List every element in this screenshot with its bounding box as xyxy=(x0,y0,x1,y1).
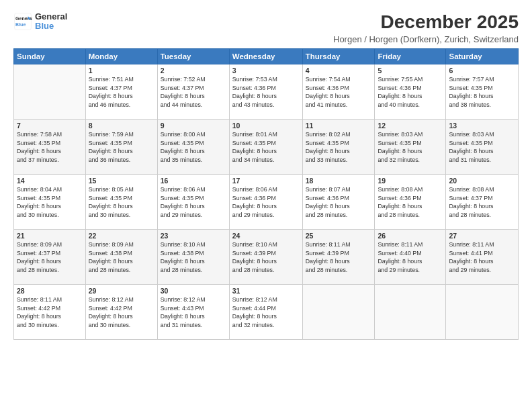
logo-general: General xyxy=(35,12,67,21)
day-info: Sunrise: 8:03 AM Sunset: 4:35 PM Dayligh… xyxy=(449,130,515,165)
day-number: 6 xyxy=(449,66,515,75)
calendar-cell: 13Sunrise: 8:03 AM Sunset: 4:35 PM Dayli… xyxy=(446,119,519,174)
logo-icon: General Blue xyxy=(13,12,32,31)
day-info: Sunrise: 7:55 AM Sunset: 4:36 PM Dayligh… xyxy=(378,75,443,109)
day-number: 30 xyxy=(161,287,226,295)
calendar-cell: 6Sunrise: 7:57 AM Sunset: 4:35 PM Daylig… xyxy=(446,64,519,119)
title-area: December 2025 Horgen / Horgen (Dorfkern)… xyxy=(333,12,519,44)
calendar-cell: 14Sunrise: 8:04 AM Sunset: 4:35 PM Dayli… xyxy=(14,174,86,229)
day-info: Sunrise: 8:06 AM Sunset: 4:35 PM Dayligh… xyxy=(161,185,226,220)
day-info: Sunrise: 8:08 AM Sunset: 4:37 PM Dayligh… xyxy=(449,185,515,220)
day-number: 7 xyxy=(17,122,83,130)
calendar-cell: 23Sunrise: 8:10 AM Sunset: 4:38 PM Dayli… xyxy=(157,229,229,284)
header-sunday: Sunday xyxy=(14,48,86,64)
day-number: 23 xyxy=(161,232,226,240)
day-info: Sunrise: 8:09 AM Sunset: 4:37 PM Dayligh… xyxy=(17,240,83,275)
day-number: 26 xyxy=(378,232,443,240)
day-number: 24 xyxy=(232,232,300,240)
header-thursday: Thursday xyxy=(302,48,375,64)
day-number: 19 xyxy=(378,177,443,185)
day-number: 11 xyxy=(306,122,372,130)
calendar-cell: 25Sunrise: 8:11 AM Sunset: 4:39 PM Dayli… xyxy=(302,229,375,284)
header-wednesday: Wednesday xyxy=(229,48,302,64)
calendar-cell xyxy=(302,284,375,339)
calendar-cell: 7Sunrise: 7:58 AM Sunset: 4:35 PM Daylig… xyxy=(14,119,86,174)
calendar-cell: 10Sunrise: 8:01 AM Sunset: 4:35 PM Dayli… xyxy=(229,119,302,174)
day-number: 25 xyxy=(306,232,372,240)
calendar-cell: 1Sunrise: 7:51 AM Sunset: 4:37 PM Daylig… xyxy=(85,64,157,119)
calendar-cell: 15Sunrise: 8:05 AM Sunset: 4:35 PM Dayli… xyxy=(85,174,157,229)
day-number: 12 xyxy=(378,122,443,130)
day-number: 14 xyxy=(17,177,83,185)
calendar-cell: 2Sunrise: 7:52 AM Sunset: 4:37 PM Daylig… xyxy=(157,64,229,119)
svg-rect-0 xyxy=(15,13,32,30)
calendar-cell: 17Sunrise: 8:06 AM Sunset: 4:36 PM Dayli… xyxy=(229,174,302,229)
calendar-cell: 3Sunrise: 7:53 AM Sunset: 4:36 PM Daylig… xyxy=(229,64,302,119)
calendar-week-3: 14Sunrise: 8:04 AM Sunset: 4:35 PM Dayli… xyxy=(14,174,519,229)
calendar-cell: 29Sunrise: 8:12 AM Sunset: 4:42 PM Dayli… xyxy=(85,284,157,339)
calendar-cell xyxy=(14,64,86,119)
day-number: 16 xyxy=(161,177,226,185)
calendar-cell: 11Sunrise: 8:02 AM Sunset: 4:35 PM Dayli… xyxy=(302,119,375,174)
day-info: Sunrise: 7:54 AM Sunset: 4:36 PM Dayligh… xyxy=(306,75,372,109)
day-number: 15 xyxy=(89,177,154,185)
day-info: Sunrise: 7:59 AM Sunset: 4:35 PM Dayligh… xyxy=(89,130,154,165)
calendar-cell: 28Sunrise: 8:11 AM Sunset: 4:42 PM Dayli… xyxy=(14,284,86,339)
day-info: Sunrise: 8:08 AM Sunset: 4:36 PM Dayligh… xyxy=(378,185,443,220)
subtitle: Horgen / Horgen (Dorfkern), Zurich, Swit… xyxy=(333,34,519,44)
day-number: 9 xyxy=(161,122,226,130)
calendar-cell: 9Sunrise: 8:00 AM Sunset: 4:35 PM Daylig… xyxy=(157,119,229,174)
calendar-cell xyxy=(446,284,519,339)
calendar-week-4: 21Sunrise: 8:09 AM Sunset: 4:37 PM Dayli… xyxy=(14,229,519,284)
calendar-cell: 5Sunrise: 7:55 AM Sunset: 4:36 PM Daylig… xyxy=(375,64,446,119)
calendar-cell: 4Sunrise: 7:54 AM Sunset: 4:36 PM Daylig… xyxy=(302,64,375,119)
header-tuesday: Tuesday xyxy=(157,48,229,64)
day-number: 31 xyxy=(232,287,300,295)
day-info: Sunrise: 8:11 AM Sunset: 4:42 PM Dayligh… xyxy=(17,295,83,330)
day-number: 5 xyxy=(378,66,443,75)
day-number: 27 xyxy=(449,232,515,240)
header-monday: Monday xyxy=(85,48,157,64)
day-info: Sunrise: 8:02 AM Sunset: 4:35 PM Dayligh… xyxy=(306,130,372,165)
header-friday: Friday xyxy=(375,48,446,64)
calendar-cell: 26Sunrise: 8:11 AM Sunset: 4:40 PM Dayli… xyxy=(375,229,446,284)
calendar-cell: 24Sunrise: 8:10 AM Sunset: 4:39 PM Dayli… xyxy=(229,229,302,284)
day-info: Sunrise: 8:10 AM Sunset: 4:39 PM Dayligh… xyxy=(232,240,300,275)
day-info: Sunrise: 8:00 AM Sunset: 4:35 PM Dayligh… xyxy=(161,130,226,165)
page: General Blue General Blue December 2025 … xyxy=(0,0,532,411)
day-number: 18 xyxy=(306,177,372,185)
day-info: Sunrise: 7:52 AM Sunset: 4:37 PM Dayligh… xyxy=(161,75,226,109)
header-saturday: Saturday xyxy=(446,48,519,64)
day-number: 8 xyxy=(89,122,154,130)
day-info: Sunrise: 8:11 AM Sunset: 4:40 PM Dayligh… xyxy=(378,240,443,275)
logo-text: General Blue xyxy=(35,12,67,32)
day-number: 4 xyxy=(306,66,372,75)
logo-blue: Blue xyxy=(35,21,67,31)
calendar-cell: 27Sunrise: 8:11 AM Sunset: 4:41 PM Dayli… xyxy=(446,229,519,284)
calendar-cell xyxy=(375,284,446,339)
calendar-cell: 20Sunrise: 8:08 AM Sunset: 4:37 PM Dayli… xyxy=(446,174,519,229)
day-info: Sunrise: 8:01 AM Sunset: 4:35 PM Dayligh… xyxy=(232,130,300,165)
calendar: Sunday Monday Tuesday Wednesday Thursday… xyxy=(13,48,519,340)
calendar-cell: 19Sunrise: 8:08 AM Sunset: 4:36 PM Dayli… xyxy=(375,174,446,229)
day-number: 3 xyxy=(232,66,300,75)
day-info: Sunrise: 8:06 AM Sunset: 4:36 PM Dayligh… xyxy=(232,185,300,220)
day-info: Sunrise: 8:03 AM Sunset: 4:35 PM Dayligh… xyxy=(378,130,443,165)
calendar-cell: 31Sunrise: 8:12 AM Sunset: 4:44 PM Dayli… xyxy=(229,284,302,339)
day-number: 13 xyxy=(449,122,515,130)
calendar-week-2: 7Sunrise: 7:58 AM Sunset: 4:35 PM Daylig… xyxy=(14,119,519,174)
header: General Blue General Blue December 2025 … xyxy=(13,12,519,44)
logo: General Blue General Blue xyxy=(13,12,67,32)
calendar-cell: 30Sunrise: 8:12 AM Sunset: 4:43 PM Dayli… xyxy=(157,284,229,339)
day-number: 1 xyxy=(89,66,154,75)
main-title: December 2025 xyxy=(333,12,519,33)
calendar-cell: 22Sunrise: 8:09 AM Sunset: 4:38 PM Dayli… xyxy=(85,229,157,284)
day-number: 20 xyxy=(449,177,515,185)
day-info: Sunrise: 7:57 AM Sunset: 4:35 PM Dayligh… xyxy=(449,75,515,109)
svg-text:Blue: Blue xyxy=(15,22,26,27)
day-info: Sunrise: 8:12 AM Sunset: 4:44 PM Dayligh… xyxy=(232,295,300,330)
day-number: 21 xyxy=(17,232,83,240)
day-info: Sunrise: 8:12 AM Sunset: 4:43 PM Dayligh… xyxy=(161,295,226,330)
calendar-cell: 8Sunrise: 7:59 AM Sunset: 4:35 PM Daylig… xyxy=(85,119,157,174)
day-number: 28 xyxy=(17,287,83,295)
